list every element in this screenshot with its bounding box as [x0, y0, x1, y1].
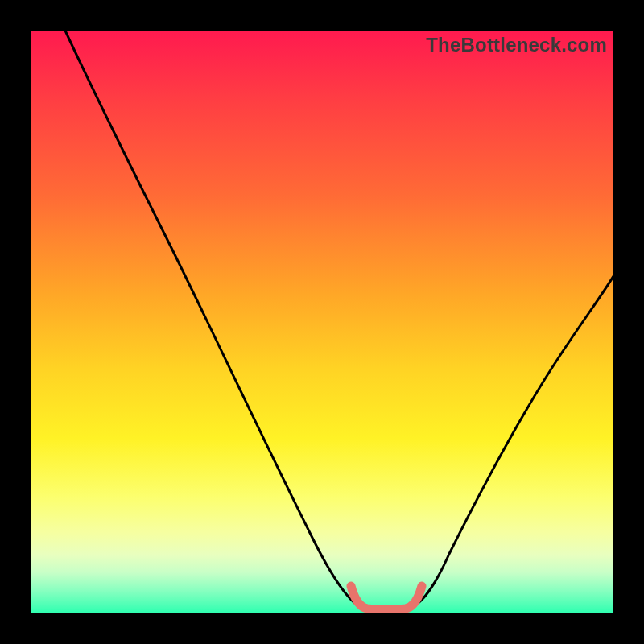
- chart-frame: TheBottleneck.com: [0, 0, 644, 644]
- plot-area: TheBottleneck.com: [31, 31, 613, 613]
- curve-left: [65, 31, 361, 607]
- chart-svg: [31, 31, 613, 613]
- valley-marker: [351, 586, 422, 610]
- curve-right: [412, 276, 613, 607]
